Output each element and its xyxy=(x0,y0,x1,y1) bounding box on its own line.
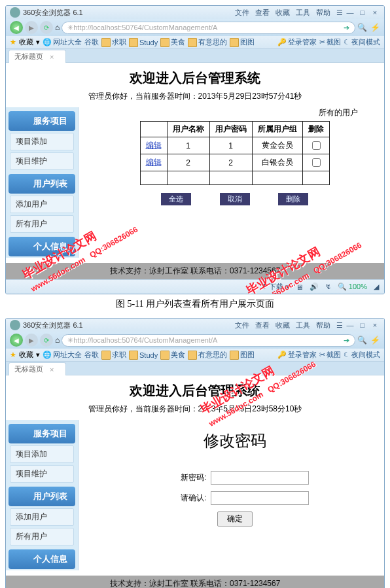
bookmark-food[interactable]: 美食 xyxy=(160,350,185,360)
row-delete-checkbox[interactable] xyxy=(312,141,321,150)
sidebar-item-add-project[interactable]: 项目添加 xyxy=(10,133,74,150)
menu-fav[interactable]: 收藏 xyxy=(275,9,290,16)
cell-pwd: 1 xyxy=(209,137,252,154)
app-menus[interactable]: 文件 查看 收藏 工具 帮助 ☰ xyxy=(233,8,345,18)
page-content-1: 欢迎进入后台管理系统 管理员你好，当前服务器时间：2013年5月29日23时57… xyxy=(6,63,384,279)
nav-forward-icon[interactable]: ▶ xyxy=(25,21,38,34)
menu-file[interactable]: 文件 xyxy=(235,9,249,16)
tab-untitled[interactable]: 无标题页 × xyxy=(9,362,66,375)
confirm-password-input[interactable] xyxy=(211,491,309,505)
ext-screenshot[interactable]: ✂截图 xyxy=(319,37,341,47)
go-arrow-icon[interactable]: ➔ xyxy=(344,336,349,345)
go-arrow-icon[interactable]: ➔ xyxy=(344,24,349,32)
submit-button[interactable]: 确定 xyxy=(217,511,253,527)
menu-caret-icon[interactable]: ☰ xyxy=(336,9,343,16)
resize-grip-icon[interactable]: ◢ xyxy=(374,283,379,291)
cell-group: 白银会员 xyxy=(252,154,302,171)
cell-name: 1 xyxy=(167,137,209,154)
sidebar-group-users[interactable]: 用户列表 xyxy=(9,174,75,194)
tab-untitled[interactable]: 无标题页 × xyxy=(9,50,66,63)
menu-caret-icon[interactable]: ☰ xyxy=(336,321,343,329)
edit-link[interactable]: 编辑 xyxy=(146,158,162,167)
sidebar-item-add-project[interactable]: 项目添加 xyxy=(10,445,74,463)
window-minimize-icon[interactable]: — xyxy=(345,321,355,329)
nav-back-icon[interactable]: ◀ xyxy=(10,334,23,347)
nav-forward-icon[interactable]: ▶ xyxy=(25,334,38,347)
sidebar-item-all-users[interactable]: 所有用户 xyxy=(10,215,74,233)
sidebar-group-services[interactable]: 服务项目 xyxy=(9,111,75,131)
nav-home-icon[interactable]: ⌂ xyxy=(55,23,60,32)
menu-help[interactable]: 帮助 xyxy=(316,321,330,329)
fav-star-icon[interactable]: ★ xyxy=(10,38,16,46)
sidebar-item-add-user[interactable]: 添加用户 xyxy=(10,508,74,526)
nav-refresh-icon[interactable]: ⟳ xyxy=(40,21,53,34)
bookmark-sites[interactable]: 🌐网址大全 xyxy=(43,37,82,47)
bookmark-google[interactable]: 谷歌 xyxy=(84,350,99,360)
ext-night[interactable]: ☾夜间模式 xyxy=(344,37,380,47)
menu-tool[interactable]: 工具 xyxy=(296,9,310,16)
lightning-icon[interactable]: ⚡ xyxy=(370,23,380,32)
bookmark-job[interactable]: 求职 xyxy=(101,37,126,47)
window-maximize-icon[interactable]: □ xyxy=(357,321,368,329)
bookmark-fun[interactable]: 有意思的 xyxy=(188,37,227,47)
window-minimize-icon[interactable]: — xyxy=(345,9,355,16)
delete-button[interactable]: 删除 xyxy=(278,193,308,205)
status-icon[interactable]: ↯ xyxy=(325,283,331,291)
menu-view[interactable]: 查看 xyxy=(255,9,270,16)
nav-back-icon[interactable]: ◀ xyxy=(10,21,23,34)
sidebar-item-maintain-project[interactable]: 项目维护 xyxy=(10,152,74,170)
nav-home-icon[interactable]: ⌂ xyxy=(55,336,60,345)
table-header-row: 用户名称 用户密码 所属用户组 删除 xyxy=(140,122,329,137)
window-close-icon[interactable]: × xyxy=(370,9,380,16)
ext-night[interactable]: ☾夜间模式 xyxy=(344,350,380,360)
sidebar-item-add-user[interactable]: 添加用户 xyxy=(10,196,74,213)
folder-icon xyxy=(230,351,239,360)
cancel-button[interactable]: 取消 xyxy=(220,193,250,205)
bookmark-fun[interactable]: 有意思的 xyxy=(188,350,227,360)
bookmark-food[interactable]: 美食 xyxy=(160,37,185,47)
bookmark-sites[interactable]: 🌐网址大全 xyxy=(43,350,82,360)
window-maximize-icon[interactable]: □ xyxy=(357,9,368,16)
nav-refresh-icon[interactable]: ⟳ xyxy=(40,334,53,347)
bookmark-study[interactable]: Study xyxy=(129,38,158,47)
tab-close-icon[interactable]: × xyxy=(50,53,54,61)
lightning-icon[interactable]: ⚡ xyxy=(370,336,380,345)
menu-file[interactable]: 文件 xyxy=(235,321,249,329)
sidebar-group-profile[interactable]: 个人信息 xyxy=(9,237,75,256)
select-all-button[interactable]: 全选 xyxy=(161,193,191,205)
app-favicon xyxy=(10,320,20,330)
sidebar-group-users[interactable]: 用户列表 xyxy=(9,487,75,506)
tab-close-icon[interactable]: × xyxy=(50,366,54,373)
bookmark-study[interactable]: Study xyxy=(129,351,158,360)
bookmark-pics[interactable]: 图图 xyxy=(230,350,255,360)
edit-link[interactable]: 编辑 xyxy=(146,141,162,150)
ext-login[interactable]: 🔑登录管家 xyxy=(277,37,317,47)
search-icon[interactable]: 🔍 xyxy=(357,23,368,32)
status-icon[interactable]: 🖥 xyxy=(296,283,303,291)
fav-star-icon[interactable]: ★ xyxy=(10,351,16,359)
folder-icon xyxy=(188,38,197,47)
bookmark-job[interactable]: 求职 xyxy=(101,350,126,360)
status-icon[interactable]: 🔊 xyxy=(310,283,319,291)
menu-help[interactable]: 帮助 xyxy=(316,9,330,16)
search-icon[interactable]: 🔍 xyxy=(357,336,368,345)
url-input[interactable]: ✳ http://localhost:50764/CustomManagemen… xyxy=(62,22,355,34)
sidebar-group-profile[interactable]: 个人信息 xyxy=(9,549,75,569)
download-label[interactable]: ⬇ 下载 ▾ xyxy=(261,282,289,292)
menu-fav[interactable]: 收藏 xyxy=(275,321,290,329)
menu-tool[interactable]: 工具 xyxy=(296,321,310,329)
ext-login[interactable]: 🔑登录管家 xyxy=(277,350,317,360)
sidebar-item-all-users[interactable]: 所有用户 xyxy=(10,528,74,545)
app-menus[interactable]: 文件 查看 收藏 工具 帮助 ☰ xyxy=(233,320,345,330)
window-close-icon[interactable]: × xyxy=(370,321,380,329)
sidebar-item-maintain-project[interactable]: 项目维护 xyxy=(10,465,74,483)
sidebar-group-services[interactable]: 服务项目 xyxy=(9,424,75,443)
bookmark-google[interactable]: 谷歌 xyxy=(84,37,99,47)
zoom-level[interactable]: 🔍 100% xyxy=(338,283,367,291)
url-input[interactable]: ✳ http://localhost:50764/CustomManagemen… xyxy=(62,334,355,347)
row-delete-checkbox[interactable] xyxy=(312,158,321,167)
bookmark-pics[interactable]: 图图 xyxy=(230,37,255,47)
new-password-input[interactable] xyxy=(211,471,309,485)
menu-view[interactable]: 查看 xyxy=(255,321,270,329)
ext-screenshot[interactable]: ✂截图 xyxy=(319,350,341,360)
